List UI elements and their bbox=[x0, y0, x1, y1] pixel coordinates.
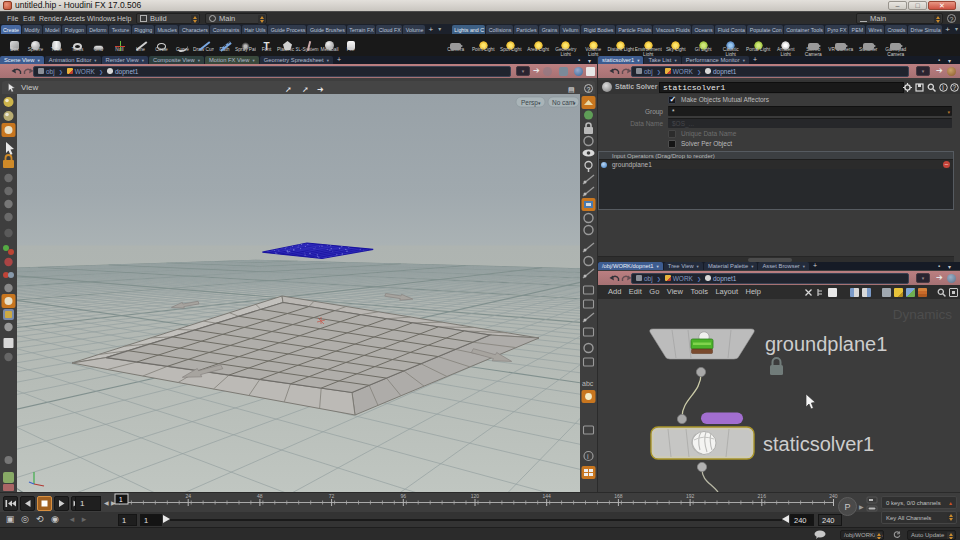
svg-text:Dynamics: Dynamics bbox=[893, 307, 953, 322]
svg-text:192: 192 bbox=[686, 493, 695, 499]
svg-text:abc: abc bbox=[582, 380, 594, 387]
svg-text:i: i bbox=[942, 84, 943, 91]
svg-text:240: 240 bbox=[829, 493, 838, 499]
svg-text:groundplane1: groundplane1 bbox=[765, 333, 887, 355]
svg-text:?: ? bbox=[953, 84, 957, 91]
svg-text:24: 24 bbox=[185, 493, 191, 499]
svg-text:48: 48 bbox=[257, 493, 263, 499]
svg-text:staticsolver1: staticsolver1 bbox=[763, 433, 874, 455]
svg-text:1: 1 bbox=[119, 496, 123, 503]
svg-text:216: 216 bbox=[758, 493, 767, 499]
svg-text:120: 120 bbox=[471, 493, 480, 499]
svg-text:Persp: Persp bbox=[521, 99, 538, 107]
svg-text:96: 96 bbox=[401, 493, 407, 499]
svg-text:No cam: No cam bbox=[552, 99, 574, 106]
svg-text:144: 144 bbox=[543, 493, 552, 499]
svg-text:72: 72 bbox=[329, 493, 335, 499]
svg-text:168: 168 bbox=[614, 493, 623, 499]
